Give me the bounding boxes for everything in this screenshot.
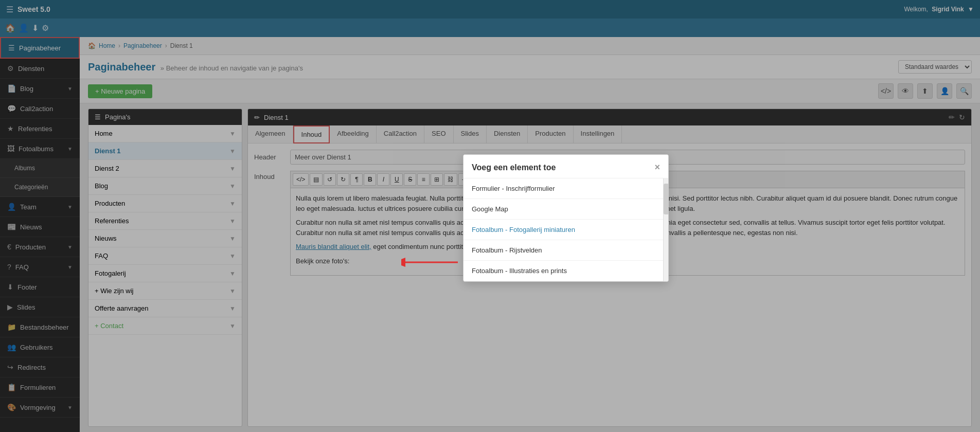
right-arrow xyxy=(401,255,463,272)
modal-scrollbar[interactable] xyxy=(663,178,668,281)
modal-item-rijstvelden[interactable]: Fotoalbum - Rijstvelden xyxy=(464,240,663,261)
modal: Voeg een element toe × Formulier - Insch… xyxy=(463,154,669,282)
modal-close-button[interactable]: × xyxy=(654,162,660,173)
arrow-svg xyxy=(401,255,463,270)
modal-item-label-illustraties: Fotoalbum - Illustraties en prints xyxy=(472,267,567,275)
modal-item-fotogallerij[interactable]: Fotoalbum - Fotogallerij miniaturen xyxy=(464,220,663,240)
modal-item-label-rijstvelden: Fotoalbum - Rijstvelden xyxy=(472,246,542,254)
modal-item-googlemap[interactable]: Google Map xyxy=(464,199,663,220)
modal-content-wrap: Formulier - Inschrijfformulier Google Ma… xyxy=(464,178,668,281)
modal-item-label-formulier: Formulier - Inschrijfformulier xyxy=(472,185,555,192)
modal-item-illustraties[interactable]: Fotoalbum - Illustraties en prints xyxy=(464,261,663,281)
modal-header: Voeg een element toe × xyxy=(464,155,668,178)
modal-item-label-googlemap: Google Map xyxy=(472,205,508,213)
modal-title: Voeg een element toe xyxy=(472,163,556,172)
modal-with-arrow: Voeg een element toe × Formulier - Insch… xyxy=(463,154,669,282)
modal-item-formulier[interactable]: Formulier - Inschrijfformulier xyxy=(464,178,663,199)
modal-scrollbar-thumb xyxy=(664,184,669,214)
modal-list: Formulier - Inschrijfformulier Google Ma… xyxy=(464,178,663,281)
modal-overlay: Voeg een element toe × Formulier - Insch… xyxy=(0,0,980,432)
modal-item-label-fotogallerij: Fotoalbum - Fotogallerij miniaturen xyxy=(472,226,575,233)
